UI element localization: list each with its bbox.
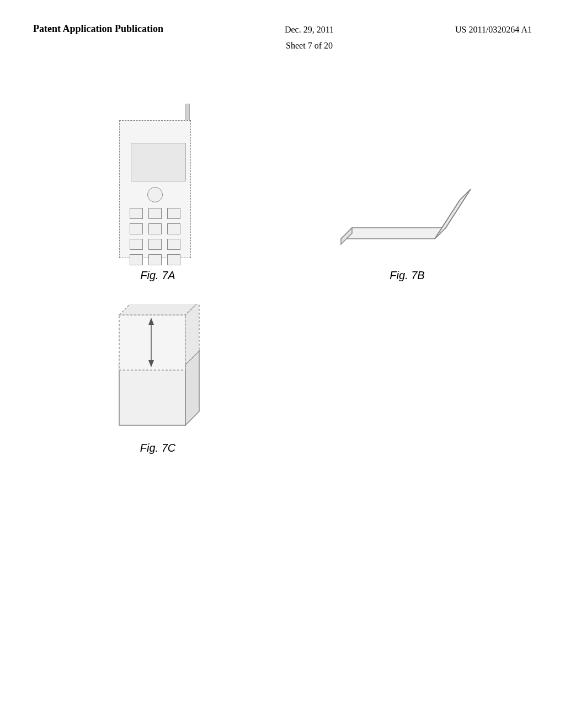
page-header: Patent Application Publication Dec. 29, …: [33, 22, 532, 54]
publication-title-text: Patent Application Publication: [33, 23, 163, 34]
phone-speaker: [147, 187, 163, 202]
svg-rect-0: [119, 365, 185, 425]
fig7a-diagram: [114, 104, 202, 264]
key-1: [130, 208, 143, 219]
left-figures-column: Fig. 7A: [33, 87, 282, 454]
right-figures-column: Fig. 7B: [282, 87, 532, 454]
key-7: [130, 239, 143, 250]
fig7a-label: Fig. 7A: [140, 269, 175, 282]
fig7c-svg: [103, 304, 213, 436]
key-8: [148, 239, 162, 250]
publication-title: Patent Application Publication: [33, 22, 163, 36]
phone-screen: [131, 143, 186, 181]
svg-line-12: [435, 200, 460, 239]
fig7c-label: Fig. 7C: [140, 442, 175, 454]
key-9: [167, 239, 180, 250]
svg-line-14: [460, 189, 471, 200]
key-5: [148, 223, 162, 234]
key-hash: [167, 254, 180, 265]
keypad-row-3: [130, 239, 187, 250]
phone-keypad: [130, 208, 187, 270]
page: Patent Application Publication Dec. 29, …: [0, 0, 565, 728]
phone-body: [119, 120, 191, 258]
svg-marker-9: [341, 228, 446, 239]
sheet-info: Sheet 7 of 20: [285, 38, 334, 54]
key-star: [130, 254, 143, 265]
keypad-row-2: [130, 223, 187, 234]
fig7b-svg: [330, 153, 484, 264]
figures-area: Fig. 7A: [33, 87, 532, 454]
svg-line-13: [446, 189, 471, 228]
key-0: [148, 254, 162, 265]
key-3: [167, 208, 180, 219]
patent-number-text: US 2011/0320264 A1: [455, 25, 532, 34]
pub-date: Dec. 29, 2011: [285, 22, 334, 38]
patent-number: US 2011/0320264 A1: [455, 22, 532, 38]
fig7c-diagram: [103, 304, 213, 436]
fig7b-diagram: [330, 153, 484, 264]
publication-date-sheet: Dec. 29, 2011 Sheet 7 of 20: [285, 22, 334, 54]
svg-marker-11: [435, 189, 471, 239]
key-4: [130, 223, 143, 234]
key-2: [148, 208, 162, 219]
keypad-row-4: [130, 254, 187, 265]
fig7b-label: Fig. 7B: [390, 269, 424, 282]
keypad-row-1: [130, 208, 187, 219]
key-6: [167, 223, 180, 234]
